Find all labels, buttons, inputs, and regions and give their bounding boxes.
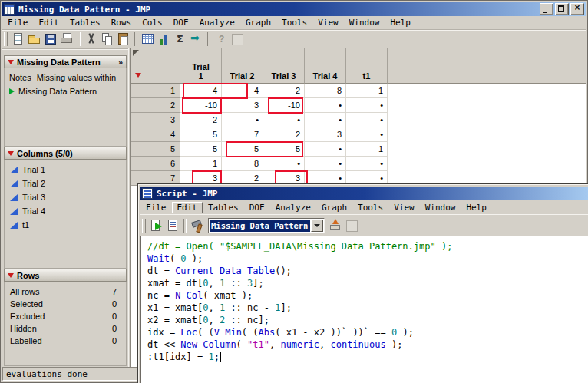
menu-item-tools[interactable]: Tools <box>276 17 312 28</box>
copy-icon[interactable] <box>100 31 115 47</box>
script-editor[interactable]: //dt = Open( "$SAMPLE_DATA\Missing Data … <box>140 236 588 383</box>
menu-item-analyze[interactable]: Analyze <box>270 202 316 213</box>
menu-item-file[interactable]: File <box>140 202 172 213</box>
cell[interactable]: 1 <box>346 142 388 157</box>
column-item-trial-2[interactable]: Trial 2 <box>5 177 126 190</box>
cell[interactable]: 7 <box>222 127 263 142</box>
menu-item-window[interactable]: Window <box>420 202 461 213</box>
disabled-box-icon[interactable] <box>344 218 359 233</box>
row-number[interactable]: 6 <box>131 157 180 171</box>
export-icon[interactable] <box>328 218 343 233</box>
cell[interactable]: -5 <box>263 142 305 157</box>
menu-item-view[interactable]: View <box>388 202 420 213</box>
menu-item-graph[interactable]: Graph <box>240 17 276 28</box>
cell[interactable]: 8 <box>222 157 263 171</box>
cell[interactable]: 8 <box>305 84 346 98</box>
cell[interactable]: • <box>346 113 388 127</box>
row-number[interactable]: 4 <box>131 127 180 142</box>
run-arrow-icon[interactable] <box>189 31 204 47</box>
column-header-trial-3[interactable]: Trial 3 <box>263 48 305 84</box>
cell[interactable]: • <box>305 113 346 127</box>
cell[interactable]: 3 <box>305 127 346 142</box>
red-triangle-menu-icon[interactable] <box>135 73 141 78</box>
menu-item-view[interactable]: View <box>312 17 344 28</box>
column-header-t1[interactable]: t1 <box>346 48 388 84</box>
cell[interactable]: 2 <box>263 127 305 142</box>
menu-item-edit[interactable]: Edit <box>34 17 65 28</box>
script-titlebar[interactable]: Script - JMP <box>140 187 588 200</box>
table-script-item[interactable]: Missing Data Pattern <box>5 84 126 99</box>
menu-item-doe[interactable]: DOE <box>168 17 194 28</box>
new-data-table-icon[interactable] <box>11 31 26 47</box>
menu-item-tools[interactable]: Tools <box>352 202 388 213</box>
cell[interactable]: -10 <box>263 98 305 113</box>
cell[interactable]: 4 <box>222 84 263 98</box>
help-disabled-icon[interactable] <box>213 31 229 47</box>
print-icon[interactable] <box>59 31 74 47</box>
new-script-icon[interactable] <box>165 218 180 233</box>
red-triangle-menu-icon[interactable] <box>8 273 14 278</box>
tip-disabled-icon[interactable] <box>230 31 245 47</box>
menu-item-tables[interactable]: Tables <box>64 17 106 28</box>
menu-item-file[interactable]: File <box>2 17 34 28</box>
paste-icon[interactable] <box>116 31 131 47</box>
save-icon[interactable] <box>43 31 58 47</box>
grid-corner[interactable] <box>131 48 180 84</box>
run-script-icon[interactable] <box>149 218 164 233</box>
row-number[interactable]: 2 <box>131 98 180 113</box>
row-number[interactable]: 5 <box>131 142 180 157</box>
menu-item-window[interactable]: Window <box>344 17 385 28</box>
menu-item-graph[interactable]: Graph <box>316 202 352 213</box>
rows-panel-header[interactable]: Rows <box>4 269 127 282</box>
red-triangle-menu-icon[interactable] <box>8 60 14 64</box>
column-header-trial-4[interactable]: Trial 4 <box>305 48 346 84</box>
minimize-button[interactable] <box>540 3 553 15</box>
cell[interactable]: • <box>305 142 346 157</box>
cell[interactable]: 4 <box>180 84 222 98</box>
cell[interactable]: -10 <box>180 98 222 113</box>
close-button[interactable] <box>570 3 584 15</box>
hammer-icon[interactable] <box>190 218 205 233</box>
menu-item-help[interactable]: Help <box>461 202 492 213</box>
mean-summary-icon[interactable] <box>173 31 188 47</box>
column-header-trial-1[interactable]: Trial1 <box>180 48 222 84</box>
cell[interactable]: 1 <box>346 84 388 98</box>
cell[interactable]: 2 <box>263 84 305 98</box>
menu-item-edit[interactable]: Edit <box>172 202 203 213</box>
cell[interactable]: • <box>346 157 388 171</box>
cell[interactable]: 1 <box>180 157 222 171</box>
table-panel-header[interactable]: Missing Data Pattern » <box>4 55 127 68</box>
cell[interactable]: • <box>263 113 305 127</box>
menu-item-analyze[interactable]: Analyze <box>194 17 240 28</box>
menu-item-rows[interactable]: Rows <box>106 17 137 28</box>
panel-collapse-chevron[interactable]: » <box>118 58 123 67</box>
column-item-trial-4[interactable]: Trial 4 <box>5 204 126 218</box>
cell[interactable]: 5 <box>180 142 222 157</box>
cell[interactable]: • <box>222 113 263 127</box>
menu-item-help[interactable]: Help <box>385 17 416 28</box>
menu-item-doe[interactable]: DOE <box>244 202 270 213</box>
cut-icon[interactable] <box>84 31 99 47</box>
chart-icon[interactable] <box>157 31 172 47</box>
column-item-trial-1[interactable]: Trial 1 <box>5 163 126 177</box>
columns-panel-header[interactable]: Columns (5/0) <box>4 147 127 160</box>
cell[interactable]: -5 <box>222 142 263 157</box>
cell[interactable]: 2 <box>180 113 222 127</box>
cell[interactable]: • <box>305 157 346 171</box>
cell[interactable]: • <box>346 127 388 142</box>
cell[interactable]: • <box>346 98 388 113</box>
row-number[interactable]: 1 <box>131 84 180 98</box>
menu-item-tables[interactable]: Tables <box>203 202 244 213</box>
menu-item-cols[interactable]: Cols <box>137 17 168 28</box>
cell[interactable]: 3 <box>222 98 263 113</box>
maximize-button[interactable] <box>555 3 569 15</box>
column-item-trial-3[interactable]: Trial 3 <box>5 190 126 204</box>
cell[interactable]: • <box>263 157 305 171</box>
cell[interactable]: 5 <box>180 127 222 142</box>
column-header-trial-2[interactable]: Trial 2 <box>222 48 263 84</box>
script-target-combo[interactable]: Missing Data Pattern <box>208 218 325 233</box>
cell[interactable]: • <box>305 98 346 113</box>
data-grid-icon[interactable] <box>140 31 156 47</box>
red-triangle-menu-icon[interactable] <box>8 151 14 156</box>
open-file-icon[interactable] <box>27 31 42 47</box>
